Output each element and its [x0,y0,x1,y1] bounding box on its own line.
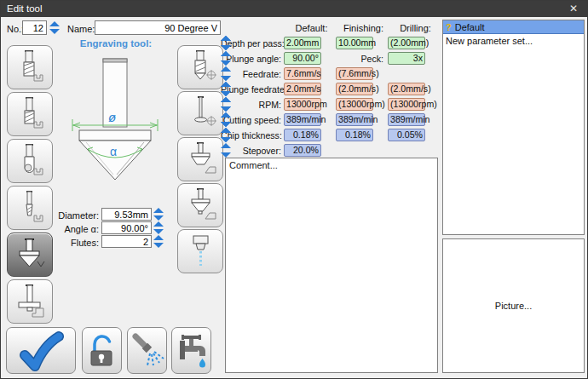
row-feedrate: Feedrate: 7.6mm/s (7.6mm/s) [221,66,440,81]
diameter-label: Diameter: [50,210,99,221]
tool-type-t-slot-button[interactable] [7,279,53,324]
picture-placeholder: Picture... [495,301,532,311]
spinner-icon[interactable] [323,52,334,65]
spinner-icon[interactable] [323,144,334,157]
comment-input[interactable] [225,158,438,373]
spinner-icon[interactable] [427,52,438,65]
row-rpm: RPM: 13000rpm (13000rpm) (13000rpm) [221,97,440,112]
tool-type-chamfer-flat-button[interactable] [177,137,223,181]
parameter-set-label: Default [455,22,485,32]
tool-type-drill-button[interactable] [177,45,223,89]
spinner-icon[interactable] [323,98,334,111]
field-depth-drilling[interactable]: (2.00mm) [388,37,425,49]
diameter-input[interactable] [101,208,152,221]
spinner-icon[interactable] [427,113,438,126]
spinner-icon[interactable] [323,129,334,141]
open-padlock-icon [84,330,121,371]
field-plunge-angle-default[interactable]: 90.00° [284,52,321,65]
tool-number-spinner-icon[interactable] [49,21,61,34]
row-cutting-speed: Cutting speed: 389m/min 389m/min 389m/mi… [221,112,440,127]
picture-area[interactable]: Picture... [442,238,585,373]
tool-name-input[interactable] [95,20,221,35]
spinner-icon[interactable] [375,67,386,80]
field-chip-thickness-drilling[interactable]: 0.05% [388,129,425,141]
spinner-icon[interactable] [375,113,386,126]
spinner-icon[interactable] [427,37,438,49]
spinner-icon[interactable] [375,37,386,49]
field-cutting-speed-default[interactable]: 389m/min [284,113,321,126]
t-slot-cutter-icon [11,283,49,320]
parameter-set-list: ?Default New parameter set... [442,20,585,235]
field-plunge-feedrate-drilling[interactable]: (2.0mm/s) [388,83,425,95]
spinner-icon[interactable] [375,83,386,95]
field-rpm-finishing[interactable]: (13000rpm) [336,98,373,111]
laser-icon [182,233,219,270]
spinner-icon[interactable] [323,113,334,126]
spinner-icon[interactable] [427,129,438,141]
question-mark-icon: ? [446,22,452,32]
field-chip-thickness-default[interactable]: 0.18% [284,129,321,141]
edit-tool-dialog: Edit tool ✕ No.: Name: [0,0,588,379]
confirm-button[interactable] [6,327,76,374]
field-feedrate-finishing[interactable]: (7.6mm/s) [336,67,373,80]
spinner-icon[interactable] [427,83,438,95]
title-bar[interactable]: Edit tool ✕ [1,1,587,17]
field-feedrate-default[interactable]: 7.6mm/s [284,67,321,80]
field-chip-thickness-finishing[interactable]: 0.18% [336,129,373,141]
flutes-input[interactable] [101,235,152,248]
row-stepover: Stepover: 20.0% [221,143,336,158]
field-plunge-feedrate-finishing[interactable]: (2.0mm/s) [336,83,373,95]
flutes-spinner-icon[interactable] [153,235,164,248]
chamfer-mill-flat-icon [182,141,219,178]
tool-type-engraving-cutter-button[interactable] [7,186,53,230]
tool-type-probe-button[interactable] [177,91,223,135]
field-cutting-speed-finishing[interactable]: 389m/min [336,113,373,126]
air-blast-button[interactable] [127,327,167,374]
spinner-icon[interactable] [323,67,334,80]
field-rpm-default[interactable]: 13000rpm [284,98,321,111]
angle-input[interactable] [101,221,152,234]
tool-type-laser-button[interactable] [177,229,223,273]
diameter-spinner-icon[interactable] [153,208,164,221]
field-stepover-default[interactable]: 20.0% [284,144,321,157]
checkmark-icon [14,330,68,371]
tool-type-end-mill-long-button[interactable] [7,92,53,136]
angle-spinner-icon[interactable] [153,221,164,234]
row-chip-thickness: Chip thickness: 0.18% 0.18% 0.05% [221,128,440,142]
tool-type-end-mill-button[interactable] [7,45,53,89]
column-finishing-label: Finishing: [337,23,389,33]
parameter-set-item-default[interactable]: ?Default [443,20,584,34]
tool-type-ball-nose-button[interactable] [7,139,53,183]
field-plunge-feedrate-default[interactable]: 2.0mm/s [284,83,321,95]
diameter-symbol: ø [108,110,116,124]
parameter-column-headers: Default: Finishing: Drilling: [285,23,441,33]
spinner-icon[interactable] [323,83,334,95]
faucet-icon [173,330,210,371]
spinner-icon[interactable] [375,129,386,141]
spinner-icon[interactable] [427,98,438,111]
close-icon[interactable]: ✕ [560,1,587,17]
field-cutting-speed-drilling[interactable]: 389m/min [388,113,425,126]
tool-type-chamfer-pointed-button[interactable] [177,183,223,227]
chamfer-mill-pointed-icon [182,187,219,224]
tool-diagram: ø α [69,52,164,201]
coolant-button[interactable] [171,327,211,374]
spinner-icon[interactable] [375,98,386,111]
field-depth-default[interactable]: 2.00mm [284,37,321,49]
tool-type-v-bit-button-selected[interactable] [7,233,53,277]
field-depth-finishing[interactable]: 10.00mm [336,37,373,49]
end-mill-long-icon [11,95,49,133]
tool-type-section-label: Engraving tool: [61,38,171,49]
row-plunge-angle: Plunge angle: 90.00° Peck: 3x [221,51,440,66]
lock-button[interactable] [82,327,122,374]
column-drilling-label: Drilling: [389,23,441,33]
spinner-icon[interactable] [323,37,334,49]
parameter-set-label: New parameter set... [446,36,533,46]
field-peck-drilling[interactable]: 3x [388,52,425,65]
parameter-set-item-new[interactable]: New parameter set... [443,34,584,48]
end-mill-icon [11,49,49,86]
tool-number-input[interactable] [22,20,47,35]
peck-label: Peck: [336,54,386,64]
row-depth-per-pass: Depth per pass: 2.00mm 10.00mm (2.00mm) [221,36,440,50]
field-rpm-drilling[interactable]: (13000rpm) [388,98,425,111]
